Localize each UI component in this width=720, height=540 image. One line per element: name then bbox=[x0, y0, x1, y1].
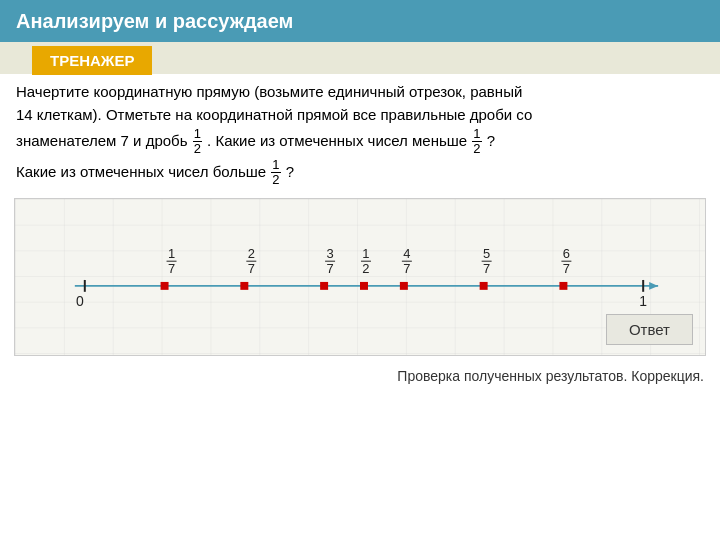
svg-text:7: 7 bbox=[483, 261, 490, 276]
svg-text:1: 1 bbox=[362, 246, 369, 261]
svg-text:4: 4 bbox=[403, 246, 410, 261]
task-text: Начертите координатную прямую (возьмите … bbox=[16, 80, 704, 156]
fraction-half-2: 1 2 bbox=[472, 127, 481, 157]
page-header: Анализируем и рассуждаем bbox=[0, 0, 720, 42]
svg-rect-4 bbox=[15, 199, 705, 355]
svg-rect-16 bbox=[480, 282, 488, 290]
top-bar: ТРЕНАЖЕР bbox=[0, 42, 720, 74]
svg-text:2: 2 bbox=[248, 246, 255, 261]
svg-text:7: 7 bbox=[563, 261, 570, 276]
svg-rect-17 bbox=[559, 282, 567, 290]
svg-rect-14 bbox=[360, 282, 368, 290]
svg-text:7: 7 bbox=[326, 261, 333, 276]
svg-text:7: 7 bbox=[248, 261, 255, 276]
svg-rect-15 bbox=[400, 282, 408, 290]
svg-text:1: 1 bbox=[168, 246, 175, 261]
svg-text:1: 1 bbox=[639, 292, 647, 308]
svg-text:7: 7 bbox=[403, 261, 410, 276]
header-title: Анализируем и рассуждаем bbox=[16, 10, 293, 33]
task-area: Начертите координатную прямую (возьмите … bbox=[0, 74, 720, 192]
fraction-half-3: 1 2 bbox=[271, 158, 280, 188]
fraction-half-1: 1 2 bbox=[193, 127, 202, 157]
svg-rect-13 bbox=[320, 282, 328, 290]
svg-text:6: 6 bbox=[563, 246, 570, 261]
svg-rect-11 bbox=[161, 282, 169, 290]
svg-text:0: 0 bbox=[76, 292, 84, 308]
svg-text:3: 3 bbox=[326, 246, 333, 261]
task-text-2: Какие из отмеченных чисел больше 1 2 ? bbox=[16, 158, 704, 188]
footer-text: Проверка полученных результатов. Коррекц… bbox=[397, 368, 704, 384]
number-line-svg: 0 1 1 7 2 7 3 7 1 2 bbox=[15, 199, 705, 355]
footer: Проверка полученных результатов. Коррекц… bbox=[0, 360, 720, 384]
number-line-container: 0 1 1 7 2 7 3 7 1 2 bbox=[14, 198, 706, 356]
svg-text:7: 7 bbox=[168, 261, 175, 276]
trainer-badge: ТРЕНАЖЕР bbox=[32, 46, 152, 75]
svg-rect-12 bbox=[240, 282, 248, 290]
svg-text:5: 5 bbox=[483, 246, 490, 261]
answer-button[interactable]: Ответ bbox=[606, 314, 693, 345]
svg-text:2: 2 bbox=[362, 261, 369, 276]
